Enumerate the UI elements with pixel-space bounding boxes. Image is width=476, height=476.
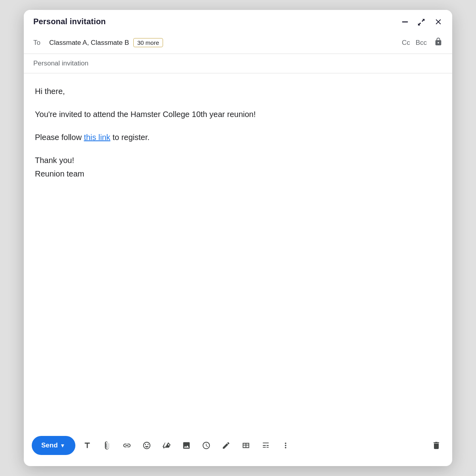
schedule-send-icon bbox=[202, 441, 211, 450]
format-text-icon bbox=[83, 441, 92, 450]
bcc-button[interactable]: Bcc bbox=[416, 39, 427, 47]
attach-button[interactable] bbox=[99, 438, 115, 453]
email-body: Hi there, You're invited to attend the H… bbox=[35, 84, 441, 180]
link-line: Please follow this link to register. bbox=[35, 131, 441, 144]
to-recipients[interactable]: Classmate A, Classmate B 30 more bbox=[49, 39, 397, 47]
more-recipients-badge[interactable]: 30 more bbox=[133, 38, 163, 47]
send-label: Send bbox=[41, 441, 58, 449]
format-text-button[interactable] bbox=[79, 438, 95, 453]
discard-button[interactable] bbox=[428, 438, 444, 453]
more-options-button[interactable] bbox=[278, 438, 294, 453]
schedule-send-button[interactable] bbox=[198, 438, 214, 453]
template-button[interactable] bbox=[258, 438, 274, 453]
drive-button[interactable] bbox=[159, 438, 175, 453]
more-options-icon bbox=[281, 441, 290, 450]
closing-lines: Thank you! Reunion team bbox=[35, 154, 441, 180]
toolbar: Send ▾ bbox=[24, 430, 452, 466]
photo-button[interactable] bbox=[178, 438, 194, 453]
title-bar: Personal invitation bbox=[24, 10, 452, 32]
title-bar-actions bbox=[401, 17, 443, 26]
recipients-text: Classmate A, Classmate B bbox=[49, 39, 129, 46]
emoji-button[interactable] bbox=[139, 438, 155, 453]
window-title: Personal invitation bbox=[33, 17, 106, 26]
link-button[interactable] bbox=[119, 438, 135, 453]
maximize-button[interactable] bbox=[417, 17, 426, 26]
lock-icon[interactable] bbox=[434, 37, 443, 48]
subject-input[interactable] bbox=[33, 60, 443, 67]
subject-row bbox=[24, 54, 452, 73]
drive-icon bbox=[162, 441, 171, 450]
signature-button[interactable] bbox=[218, 438, 234, 453]
invitation-line: You're invited to attend the Hamster Col… bbox=[35, 107, 441, 121]
to-row: To Classmate A, Classmate B 30 more Cc B… bbox=[24, 32, 452, 54]
send-button[interactable]: Send ▾ bbox=[32, 436, 75, 455]
layout-icon bbox=[242, 441, 250, 450]
template-icon bbox=[261, 441, 270, 450]
team-line: Reunion team bbox=[35, 169, 84, 178]
cc-button[interactable]: Cc bbox=[402, 39, 410, 47]
minimize-icon bbox=[401, 17, 409, 26]
link-after: to register. bbox=[110, 133, 150, 142]
thank-you-line: Thank you! bbox=[35, 156, 74, 165]
registration-link[interactable]: this link bbox=[84, 133, 110, 142]
to-label: To bbox=[33, 39, 44, 47]
maximize-icon bbox=[417, 17, 426, 26]
body-area[interactable]: Hi there, You're invited to attend the H… bbox=[24, 73, 452, 430]
link-icon bbox=[123, 441, 131, 450]
link-before: Please follow bbox=[35, 133, 84, 142]
attach-icon bbox=[103, 441, 111, 450]
close-icon bbox=[434, 17, 443, 26]
close-button[interactable] bbox=[434, 17, 443, 26]
svg-rect-0 bbox=[402, 21, 408, 22]
to-row-right: Cc Bcc bbox=[402, 37, 443, 48]
layout-button[interactable] bbox=[238, 438, 254, 453]
emoji-icon bbox=[142, 441, 151, 450]
signature-icon bbox=[222, 441, 230, 450]
minimize-button[interactable] bbox=[401, 17, 409, 26]
compose-window: Personal invitation To Classm bbox=[24, 10, 452, 466]
send-dropdown-icon[interactable]: ▾ bbox=[61, 442, 64, 449]
greeting-line: Hi there, bbox=[35, 84, 441, 98]
photo-icon bbox=[182, 441, 191, 450]
delete-icon bbox=[432, 441, 441, 450]
